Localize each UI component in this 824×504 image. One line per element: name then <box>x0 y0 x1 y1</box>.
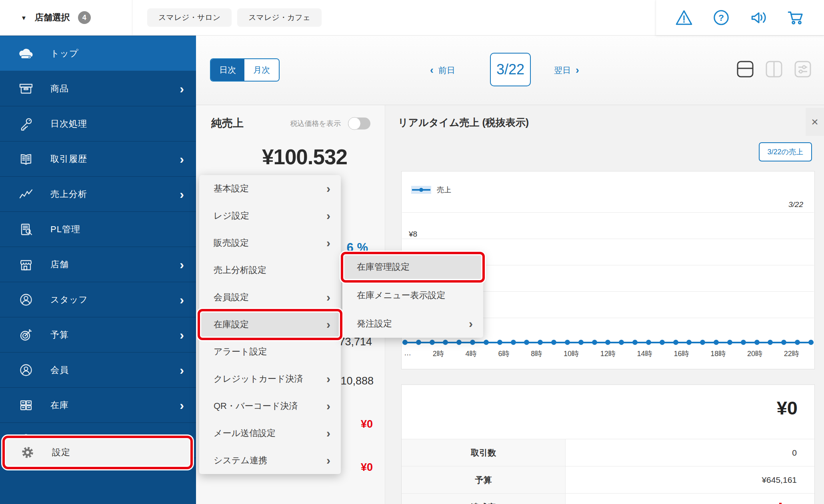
data-point <box>754 340 760 345</box>
store-tab-1[interactable]: スマレジ・サロン <box>147 8 232 27</box>
sidebar-item-label: スタッフ <box>50 294 88 306</box>
menu-item-label: 基本設定 <box>214 183 249 195</box>
legend-line-marker-icon <box>411 186 431 194</box>
legend-label: 売上 <box>437 185 451 195</box>
day-sales-button[interactable]: 3/22の売上 <box>759 142 812 161</box>
data-point <box>497 340 502 345</box>
summary-total-amount: ¥0 <box>777 397 798 419</box>
tax-display-toggle[interactable] <box>348 118 370 129</box>
x-axis-tick-label: 22時 <box>784 349 799 359</box>
chevron-right-icon: › <box>469 318 473 330</box>
x-axis-labels: …2時4時6時8時10時12時14時16時18時20時22時 <box>404 349 799 359</box>
menu-item-basic-settings[interactable]: 基本設定› <box>199 175 341 202</box>
net-sales-fragment-3: ¥0 <box>361 418 373 430</box>
box-icon <box>18 80 34 97</box>
inventory-settings-submenu: 在庫管理設定在庫メニュー表示設定発注設定› <box>342 253 483 338</box>
sidebar-item-top[interactable]: トップ <box>0 36 196 71</box>
close-icon[interactable]: × <box>806 108 824 136</box>
menu-item-system-integration[interactable]: システム連携› <box>199 447 341 474</box>
cart-icon[interactable] <box>786 8 806 27</box>
chevron-left-icon: ‹ <box>430 64 434 76</box>
split-vertical-icon[interactable] <box>765 60 783 78</box>
store-tab-2[interactable]: スマレジ・カフェ <box>237 8 322 27</box>
prev-day-button[interactable]: ‹ 前日 <box>430 64 455 76</box>
menu-item-credit-card-payment[interactable]: クレジットカード決済› <box>199 365 341 392</box>
legend-item-sales[interactable]: 売上 <box>411 185 451 195</box>
menu-item-label: 在庫設定 <box>214 319 249 331</box>
display-settings-icon[interactable] <box>794 60 812 78</box>
chevron-right-icon: › <box>180 399 184 412</box>
data-point <box>592 340 597 345</box>
announcement-icon[interactable] <box>749 8 768 27</box>
menu-item-alert-settings[interactable]: アラート設定 <box>199 338 341 365</box>
x-axis-tick-label: 6時 <box>498 349 509 359</box>
chevron-right-icon: › <box>180 188 184 201</box>
data-point <box>619 340 624 345</box>
layout-switcher <box>736 60 812 78</box>
summary-row-達成率: 達成率0% <box>402 493 814 504</box>
menu-item-register-settings[interactable]: レジ設定› <box>199 202 341 229</box>
menu-item-member-settings[interactable]: 会員設定› <box>199 284 341 311</box>
ledger-icon <box>18 151 34 167</box>
staff-icon <box>18 291 34 308</box>
menu-item-inventory-settings[interactable]: 在庫設定› <box>199 311 341 338</box>
report-icon <box>18 221 34 238</box>
x-axis-tick-label: 18時 <box>710 349 726 359</box>
tab-monthly[interactable]: 月次 <box>244 59 279 81</box>
summary-row-label: 達成率 <box>402 494 566 504</box>
menu-item-label: アラート設定 <box>214 346 267 358</box>
data-point <box>484 340 489 345</box>
x-axis-tick-label: 12時 <box>600 349 616 359</box>
data-point <box>781 340 786 345</box>
x-axis-tick-label: 8時 <box>531 349 542 359</box>
menu-item-qr-barcode-payment[interactable]: QR・バーコード決済› <box>199 392 341 420</box>
data-point <box>538 340 543 345</box>
tab-daily[interactable]: 日次 <box>211 59 244 81</box>
gear-icon <box>19 444 36 461</box>
data-point <box>402 340 408 345</box>
sidebar-item-label: 会員 <box>50 364 69 376</box>
sidebar-item-staff[interactable]: スタッフ› <box>0 282 196 317</box>
negative-indicator-icon <box>779 503 782 504</box>
store-selector[interactable]: ▼ 店舗選択 4 <box>21 0 91 35</box>
sidebar-item-settings[interactable]: 設定 <box>2 436 193 469</box>
sidebar-item-stores[interactable]: 店舗› <box>0 247 196 282</box>
sidebar-item-sales-analysis[interactable]: 売上分析› <box>0 177 196 212</box>
submenu-item-inventory-menu-display-settings[interactable]: 在庫メニュー表示設定 <box>342 281 483 309</box>
menu-item-mail-send-settings[interactable]: メール送信設定› <box>199 420 341 447</box>
sidebar-item-pl-management[interactable]: PL管理 <box>0 212 196 247</box>
sidebar-item-members[interactable]: 会員› <box>0 353 196 388</box>
sidebar-item-label: 在庫 <box>50 399 69 411</box>
sidebar-item-inventory[interactable]: 在庫› <box>0 388 196 423</box>
chevron-right-icon: › <box>326 291 330 303</box>
menu-item-sales-settings[interactable]: 販売設定› <box>199 229 341 257</box>
date-button[interactable]: 3/22 <box>490 53 531 86</box>
sidebar-item-transaction-history[interactable]: 取引履歴› <box>0 141 196 177</box>
chevron-right-icon: › <box>326 237 330 249</box>
help-icon[interactable]: ? <box>712 8 731 27</box>
submenu-item-order-settings[interactable]: 発注設定› <box>342 309 483 338</box>
app-root: ▼ 店舗選択 4 スマレジ・サロンスマレジ・カフェ ? トップ商品›日次処理取引… <box>0 0 824 504</box>
submenu-item-inventory-management-settings[interactable]: 在庫管理設定 <box>342 253 483 281</box>
chevron-right-icon: › <box>326 427 330 439</box>
topbar-action-icons: ? <box>656 0 824 35</box>
sidebar-item-daily-closing[interactable]: 日次処理 <box>0 106 196 141</box>
summary-table: 取引数0予算¥645,161達成率0% <box>402 439 814 504</box>
chevron-right-icon: › <box>326 319 330 331</box>
store-selector-label: 店舗選択 <box>35 12 70 24</box>
sidebar-item-budget[interactable]: 予算› <box>0 317 196 353</box>
summary-row-value: ¥645,161 <box>566 466 814 493</box>
submenu-item-label: 在庫メニュー表示設定 <box>357 289 446 301</box>
period-segmented-control: 日次 月次 <box>210 58 280 82</box>
menu-item-label: 会員設定 <box>214 291 249 303</box>
data-point <box>673 340 678 345</box>
caret-down-icon: ▼ <box>21 14 27 21</box>
data-point <box>686 340 692 345</box>
next-day-button[interactable]: 翌日 › <box>554 64 579 76</box>
menu-item-label: メール送信設定 <box>214 427 276 439</box>
topbar: ▼ 店舗選択 4 スマレジ・サロンスマレジ・カフェ ? <box>0 0 824 36</box>
sidebar-item-products[interactable]: 商品› <box>0 71 196 106</box>
menu-item-sales-analysis-settings[interactable]: 売上分析設定 <box>199 257 341 284</box>
split-horizontal-icon[interactable] <box>736 60 754 78</box>
alert-icon[interactable] <box>674 8 694 27</box>
